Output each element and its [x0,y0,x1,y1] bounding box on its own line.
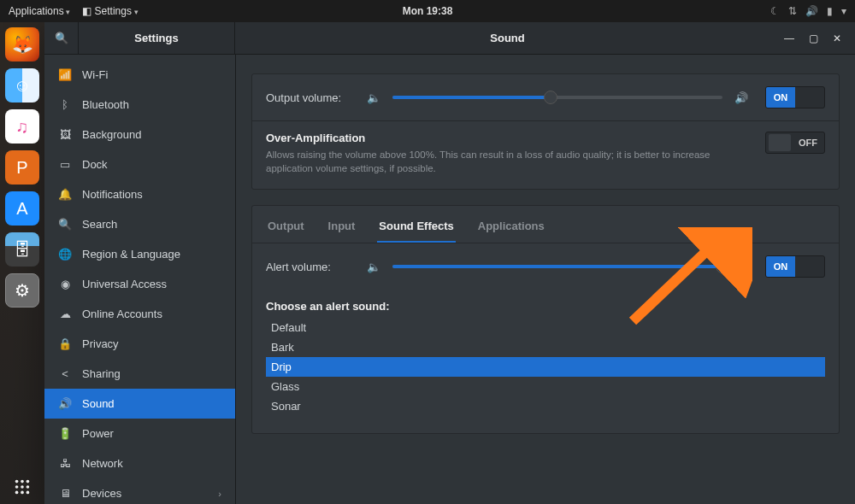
wi-fi-icon: 📶 [58,68,72,81]
speaker-low-icon: 🔈 [367,261,380,273]
privacy-icon: 🔒 [58,337,72,350]
sidebar-item-dock[interactable]: ▭Dock [44,149,235,179]
output-volume-slider[interactable] [392,91,722,104]
background-icon: 🖼 [58,128,72,141]
dock-ppt[interactable]: P [5,150,39,185]
region-language-icon: 🌐 [58,248,72,261]
output-volume-panel: Output volume: 🔈 🔊 ON [251,73,840,190]
network-icon: 🖧 [58,457,72,470]
sound-icon: 🔊 [58,397,72,410]
bluetooth-icon: ᛒ [58,98,72,111]
network-tray-icon[interactable]: ⇅ [788,5,797,17]
dock-finder[interactable]: ☺ [5,68,39,103]
output-mute-toggle[interactable]: ON [765,86,825,108]
alert-sound-default[interactable]: Default [266,318,825,337]
settings-window: 🔍 Settings Sound — ▢ ✕ 📶Wi-FiᛒBluetooth🖼… [44,22,855,504]
dock-show-apps[interactable] [5,470,39,504]
sidebar-item-search[interactable]: 🔍Search [44,209,235,239]
sidebar-item-devices[interactable]: 🖥Devices› [44,478,235,504]
active-app-menu[interactable]: ◧ Settings [82,5,139,17]
page-title: Sound [235,32,780,44]
sidebar-item-label: Devices [82,487,121,500]
dock-files[interactable]: 🗄 [5,232,39,267]
sidebar-item-online-accounts[interactable]: ☁Online Accounts [44,299,235,329]
top-panel: Applications ◧ Settings Mon 19:38 ☾ ⇅ 🔊 … [0,0,855,22]
sidebar-item-notifications[interactable]: 🔔Notifications [44,179,235,209]
sidebar-item-label: Bluetooth [82,98,129,111]
night-light-icon[interactable]: ☾ [770,5,780,17]
sound-panel: Output volume: 🔈 🔊 ON [236,55,855,504]
sidebar-item-label: Sound [82,397,115,410]
sidebar-item-sound[interactable]: 🔊Sound [44,389,235,419]
search-button[interactable]: 🔍 [44,22,79,55]
online-accounts-icon: ☁ [58,308,72,320]
alert-sound-glass[interactable]: Glass [266,377,825,396]
dock-settings[interactable]: ⚙ [5,273,39,308]
sidebar-item-label: Dock [82,158,108,171]
alert-mute-toggle[interactable]: ON [765,255,825,278]
sidebar-item-region-language[interactable]: 🌐Region & Language [44,239,235,269]
sidebar-item-label: Search [82,218,117,231]
over-amplification-title: Over-Amplification [266,132,741,144]
sidebar-item-label: Notifications [82,188,143,201]
alert-sound-heading: Choose an alert sound: [266,300,825,313]
tab-applications[interactable]: Applications [476,214,546,243]
speaker-low-icon: 🔈 [367,91,380,104]
sidebar-item-sharing[interactable]: <Sharing [44,359,235,389]
sidebar-item-label: Region & Language [82,248,180,261]
alert-volume-slider[interactable] [392,260,722,273]
sidebar-item-label: Wi-Fi [82,68,108,81]
dock: 🦊 ☺ ♫ P A 🗄 ⚙ [0,22,44,504]
devices-icon: 🖥 [58,487,72,500]
settings-sidebar[interactable]: 📶Wi-FiᛒBluetooth🖼Background▭Dock🔔Notific… [44,55,236,504]
chevron-right-icon: › [218,489,221,499]
svg-point-7 [21,491,24,495]
sidebar-item-wi-fi[interactable]: 📶Wi-Fi [44,60,235,90]
maximize-button[interactable]: ▢ [804,29,823,48]
sidebar-title: Settings [79,22,235,55]
svg-point-0 [15,480,19,483]
dock-firefox[interactable]: 🦊 [5,27,39,62]
output-volume-label: Output volume: [266,91,360,104]
tab-output[interactable]: Output [266,214,306,243]
tab-input[interactable]: Input [327,214,357,243]
desktop: 🦊 ☺ ♫ P A 🗄 ⚙ 🔍 Settings Sound — ▢ ✕ 📶W [0,22,855,504]
sidebar-item-privacy[interactable]: 🔒Privacy [44,329,235,359]
sidebar-item-universal-access[interactable]: ◉Universal Access [44,269,235,299]
tab-sound-effects[interactable]: Sound Effects [377,214,455,243]
power-tray-icon[interactable]: ▾ [841,5,846,17]
alert-sound-drip[interactable]: Drip [266,357,825,377]
sidebar-item-label: Privacy [82,337,119,350]
sidebar-item-label: Power [82,427,114,440]
sidebar-item-label: Sharing [82,367,121,380]
battery-tray-icon[interactable]: ▮ [827,5,833,17]
close-button[interactable]: ✕ [828,29,846,48]
sidebar-item-bluetooth[interactable]: ᛒBluetooth [44,90,235,120]
minimize-button[interactable]: — [780,29,799,48]
over-amplification-toggle[interactable]: OFF [765,132,825,154]
svg-point-5 [27,485,30,489]
dock-icon: ▭ [58,158,72,171]
svg-point-6 [15,491,19,495]
svg-point-3 [15,485,19,489]
sidebar-item-power[interactable]: 🔋Power [44,419,235,448]
applications-menu[interactable]: Applications [9,5,70,17]
svg-point-1 [21,480,24,483]
notifications-icon: 🔔 [58,188,72,201]
alert-sound-list: DefaultBarkDripGlassSonar [266,318,825,416]
sidebar-item-network[interactable]: 🖧Network [44,448,235,478]
speaker-high-icon: 🔊 [734,91,748,104]
dock-music[interactable]: ♫ [5,109,39,144]
sound-tabs-panel: OutputInputSound EffectsApplications Ale… [251,205,840,434]
alert-sound-bark[interactable]: Bark [266,337,825,357]
volume-tray-icon[interactable]: 🔊 [805,5,818,17]
power-icon: 🔋 [58,427,72,440]
sidebar-item-label: Universal Access [82,278,167,290]
sidebar-item-background[interactable]: 🖼Background [44,120,235,149]
universal-access-icon: ◉ [58,278,72,290]
search-icon: 🔍 [55,32,68,44]
sidebar-item-label: Background [82,128,141,141]
alert-sound-sonar[interactable]: Sonar [266,396,825,416]
dock-appstore[interactable]: A [5,191,39,226]
sharing-icon: < [58,367,72,380]
